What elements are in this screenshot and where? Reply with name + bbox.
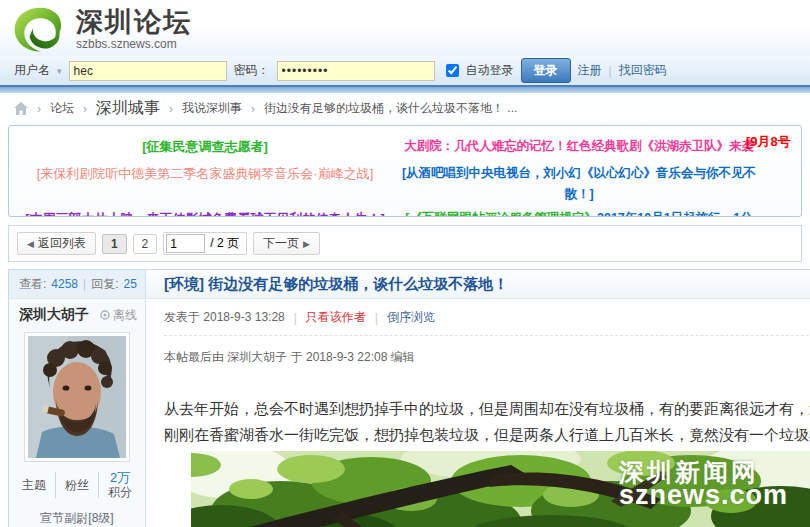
login-bar: 用户名 ▾ 密码： 自动登录 登录 注册 | 找回密码 (0, 56, 810, 85)
announcement-link-survey[interactable]: [征集民意调查志愿者] (142, 139, 268, 154)
watermark-line-2: sznews.com (619, 484, 788, 507)
breadcrumb: › 论坛 › 深圳城事 › 我说深圳事 › 街边没有足够的垃圾桶，谈什么垃圾不落… (0, 93, 810, 124)
points-value: 2万 (108, 471, 132, 485)
logo-leaf-swirl-icon (12, 7, 68, 58)
edit-note: 本帖最后由 深圳大胡子 于 2018-9-3 22:08 编辑 (164, 349, 810, 366)
thread-counters: 查看: 4258 | 回复: 25 (9, 270, 146, 298)
announcement-link-opera[interactable]: 大剧院：几代人难忘的记忆！红色经典歌剧《洪湖赤卫队》来袭 (404, 139, 754, 153)
online-status: 离线 (100, 307, 137, 324)
offline-status-label: 离线 (113, 307, 137, 324)
password-input[interactable] (277, 61, 435, 81)
breadcrumb-separator: › (37, 102, 41, 116)
post-body-line-2: 刚刚在香蜜湖香水一街吃完饭，想扔掉包装垃圾，但是两条人行道上几百米长，竟然没有一… (164, 422, 810, 448)
site-logo[interactable]: 深圳论坛 szbbs.sznews.com (12, 7, 192, 58)
page-jump-input[interactable] (166, 234, 205, 253)
recover-password-link[interactable]: 找回密码 (619, 62, 667, 79)
forum-page: 深圳论坛 szbbs.sznews.com 用户名 ▾ 密码： 自动登录 登录 … (0, 0, 810, 527)
back-to-list-label: 返回列表 (38, 235, 86, 252)
announcement-link-music-show[interactable]: [从酒吧唱到中央电视台，刘小幻《以心幻心》音乐会与你不见不散！] (402, 166, 756, 201)
author-username[interactable]: 深圳大胡子 (19, 306, 89, 324)
photo-watermark: 深圳新闻网 sznews.com (619, 461, 788, 507)
back-to-list-button[interactable]: ◀ 返回列表 (17, 232, 96, 255)
breadcrumb-separator: › (251, 102, 255, 116)
username-input[interactable] (69, 61, 227, 81)
back-arrow-icon: ◀ (27, 239, 34, 249)
meta-divider: | (294, 311, 297, 325)
author-stats: 主题 粉丝 2万 积分 (9, 471, 145, 499)
next-page-button[interactable]: 下一页 ▶ (253, 232, 320, 255)
replies-count: 25 (124, 277, 137, 291)
announcement-link-regulation[interactable]: [《互联网跟帖评论服务管理规定》2017年10月1日起施行，1分钟教你完成认证] (405, 211, 752, 217)
announcement-row: [本周三部大片上映：来正佳影城免费看球王贝利的传奇人生！] [《互联网跟帖评论服… (9, 205, 801, 217)
announcement-row: [征集民意调查志愿者] 大剧院：几代人难忘的记忆！红色经典歌剧《洪湖赤卫队》来袭 (9, 133, 801, 160)
breadcrumb-thread-title: 街边没有足够的垃圾桶，谈什么垃圾不落地！ ... (264, 100, 517, 117)
breadcrumb-forum[interactable]: 论坛 (50, 100, 74, 117)
replies-label: 回复: (91, 276, 118, 293)
post-meta-bar: 发表于 2018-9-3 13:28 | 只看该作者 | 倒序浏览 (164, 309, 810, 336)
announcement-link-clipped[interactable]: [9月8号 (746, 133, 791, 151)
points-label: 积分 (108, 485, 132, 499)
offline-status-icon (100, 310, 110, 320)
author-avatar[interactable] (24, 332, 130, 462)
next-arrow-icon: ▶ (303, 239, 310, 249)
auto-login-label: 自动登录 (466, 62, 514, 79)
register-link[interactable]: 注册 (578, 62, 602, 79)
view-author-only-link[interactable]: 只看该作者 (306, 309, 366, 326)
thread-body: 深圳大胡子 离线 (9, 299, 810, 527)
post-body-line-1: 从去年开始，总会不时遇到想扔掉手中的垃圾，但是周围却在没有垃圾桶，有的要距离很远… (164, 396, 810, 422)
points-stat[interactable]: 2万 积分 (99, 471, 141, 499)
breadcrumb-separator: › (83, 102, 87, 116)
page-total-label: / 2 页 (210, 235, 239, 252)
announcement-box: [征集民意调查志愿者] 大剧院：几代人难忘的记忆！红色经典歌剧《洪湖赤卫队》来袭… (8, 125, 802, 217)
author-rank: 宣节副尉[8级] (9, 510, 145, 527)
site-domain: szbbs.sznews.com (76, 37, 192, 51)
meta-divider: | (375, 311, 378, 325)
header-divider-bar (0, 85, 810, 93)
breadcrumb-city-forum[interactable]: 深圳城事 (96, 98, 160, 119)
announcement-link-piano-concert[interactable]: [来保利剧院听中德美第二季名家盛典钢琴音乐会·巅峰之战] (37, 166, 374, 181)
auto-login-option[interactable]: 自动登录 (442, 61, 514, 80)
thread-title: [环境] 街边没有足够的垃圾桶，谈什么垃圾不落地！ (164, 275, 508, 294)
announcement-regulation-title: [《互联网跟帖评论服务管理规定》 (405, 211, 597, 217)
next-page-label: 下一页 (263, 235, 299, 252)
login-bar-divider: | (609, 64, 612, 78)
username-label[interactable]: 用户名 (14, 62, 50, 79)
login-button[interactable]: 登录 (521, 58, 571, 83)
views-label: 查看: (19, 276, 46, 293)
page-number-2[interactable]: 2 (133, 234, 158, 254)
site-header: 深圳论坛 szbbs.sznews.com (0, 0, 810, 56)
breadcrumb-subforum[interactable]: 我说深圳事 (182, 100, 242, 117)
fans-link[interactable]: 粉丝 (65, 478, 89, 492)
announcement-row: [来保利剧院听中德美第二季名家盛典钢琴音乐会·巅峰之战] [从酒吧唱到中央电视台… (9, 160, 801, 205)
counter-divider: | (83, 277, 86, 291)
reverse-order-link[interactable]: 倒序浏览 (387, 309, 435, 326)
post-body-text: 从去年开始，总会不时遇到想扔掉手中的垃圾，但是周围却在没有垃圾桶，有的要距离很远… (164, 396, 810, 448)
author-sidebar: 深圳大胡子 离线 (9, 299, 146, 527)
post-tree-photo[interactable]: 深圳新闻网 sznews.com (191, 451, 810, 527)
username-dropdown-icon[interactable]: ▾ (57, 66, 62, 76)
post-content: 发表于 2018-9-3 13:28 | 只看该作者 | 倒序浏览 本帖最后由 … (146, 299, 810, 527)
announcement-link-movie[interactable]: [本周三部大片上映：来正佳影城免费看球王贝利的传奇人生！] (25, 211, 385, 217)
thread-container: 查看: 4258 | 回复: 25 [环境] 街边没有足够的垃圾桶，谈什么垃圾不… (8, 269, 810, 527)
home-icon[interactable] (14, 102, 28, 115)
password-label: 密码： (234, 62, 270, 79)
pagination-bar: ◀ 返回列表 1 2 / 2 页 下一页 ▶ (8, 225, 802, 262)
thread-header: 查看: 4258 | 回复: 25 [环境] 街边没有足够的垃圾桶，谈什么垃圾不… (9, 270, 810, 299)
topics-link[interactable]: 主题 (22, 478, 46, 492)
page-number-1[interactable]: 1 (102, 234, 127, 254)
site-name: 深圳论坛 (76, 7, 192, 37)
page-jump-box: / 2 页 (163, 232, 247, 255)
breadcrumb-separator: › (169, 102, 173, 116)
views-count: 4258 (51, 277, 78, 291)
auto-login-checkbox[interactable] (446, 64, 459, 77)
thread-title-bar: [环境] 街边没有足够的垃圾桶，谈什么垃圾不落地！ (146, 270, 810, 298)
post-timestamp: 发表于 2018-9-3 13:28 (164, 309, 285, 326)
